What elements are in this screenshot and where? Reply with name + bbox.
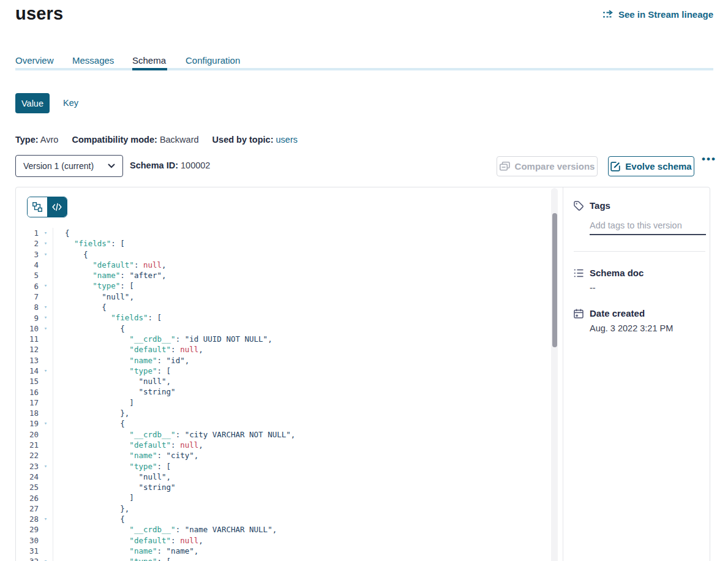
tab-schema[interactable]: Schema — [132, 55, 166, 66]
fold-arrow-icon[interactable]: ▾ — [39, 280, 53, 291]
compare-versions-icon — [500, 162, 510, 171]
code-line: 31 "name": "name", — [16, 546, 551, 556]
code-text[interactable]: "null", — [53, 376, 551, 386]
code-text[interactable]: ] — [53, 397, 551, 408]
code-line: 17 ] — [16, 397, 551, 408]
code-line: 18 }, — [16, 408, 551, 418]
code-text[interactable]: "name": "name", — [53, 546, 551, 556]
code-line: 10▾ { — [16, 323, 551, 334]
code-line: 9▾ "fields": [ — [16, 312, 551, 323]
version-select-value: Version 1 (current) — [23, 161, 94, 171]
code-text[interactable]: "fields": [ — [53, 238, 551, 249]
code-text[interactable]: { — [53, 228, 551, 238]
code-text[interactable]: "type": [ — [53, 366, 551, 376]
view-mode-toggle — [27, 197, 67, 217]
code-text[interactable]: "__crdb__": "city VARCHAR NOT NULL", — [53, 429, 551, 440]
fold-arrow-icon[interactable]: ▾ — [39, 323, 53, 334]
line-number: 6 — [16, 282, 39, 291]
line-number: 30 — [16, 536, 39, 545]
line-number: 29 — [16, 525, 39, 534]
tab-overview[interactable]: Overview — [15, 55, 54, 66]
compare-versions-button[interactable]: Compare versions — [497, 156, 598, 176]
code-line: 16 "string" — [16, 386, 551, 397]
line-number: 18 — [16, 409, 39, 418]
topic-link[interactable]: users — [276, 135, 298, 145]
code-scrollbar-thumb[interactable] — [552, 213, 557, 347]
line-number: 24 — [16, 472, 39, 481]
code-text[interactable]: "default": null, — [53, 344, 551, 355]
schema-meta-row: Type: Avro Compatibility mode: Backward … — [15, 135, 298, 145]
code-text[interactable]: "__crdb__": "id UUID NOT NULL", — [53, 334, 551, 344]
fold-arrow-icon[interactable]: ▾ — [39, 366, 53, 376]
code-text[interactable]: { — [53, 249, 551, 260]
fold-arrow-icon[interactable]: ▾ — [39, 302, 53, 312]
code-text[interactable]: "default": null, — [53, 260, 551, 270]
fold-arrow-icon[interactable]: ▾ — [39, 228, 53, 238]
schema-sidebar: Tags Schema doc -- — [563, 187, 711, 561]
add-tags-input[interactable] — [590, 219, 706, 235]
code-text[interactable]: { — [53, 514, 551, 524]
code-text[interactable]: { — [53, 323, 551, 334]
schema-id-label: Schema ID: — [130, 160, 178, 170]
line-number: 19 — [16, 419, 39, 428]
code-line: 19▾ { — [16, 418, 551, 429]
code-text[interactable]: "null", — [53, 472, 551, 482]
line-number: 26 — [16, 494, 39, 503]
code-text[interactable]: "name": "id", — [53, 355, 551, 366]
tab-schema-active-underline — [132, 68, 167, 70]
code-line: 13 "name": "id", — [16, 355, 551, 366]
fold-arrow-icon[interactable]: ▾ — [39, 418, 53, 429]
tab-configuration[interactable]: Configuration — [186, 55, 240, 66]
line-number: 2 — [16, 239, 39, 248]
line-number: 10 — [16, 324, 39, 333]
compatibility-label: Compatibility mode: — [72, 135, 157, 145]
code-text[interactable]: "type": [ — [53, 556, 551, 561]
code-text[interactable]: "null", — [53, 292, 551, 302]
fold-arrow-icon[interactable]: ▾ — [39, 556, 53, 561]
code-text[interactable]: "type": [ — [53, 461, 551, 472]
code-text[interactable]: "name": "after", — [53, 270, 551, 280]
code-text[interactable]: { — [53, 418, 551, 429]
code-text[interactable]: "string" — [53, 386, 551, 397]
line-number: 17 — [16, 398, 39, 407]
line-number: 3 — [16, 250, 39, 259]
code-line: 28▾ { — [16, 514, 551, 524]
version-select[interactable]: Version 1 (current) — [15, 155, 123, 177]
value-toggle-button[interactable]: Value — [15, 93, 50, 113]
code-line: 6▾ "type": [ — [16, 280, 551, 291]
fold-arrow-icon[interactable]: ▾ — [39, 461, 53, 472]
code-text[interactable]: ] — [53, 492, 551, 503]
calendar-icon — [574, 309, 584, 318]
fold-arrow-icon[interactable]: ▾ — [39, 249, 53, 260]
fold-arrow-icon[interactable]: ▾ — [39, 312, 53, 323]
more-actions-button[interactable]: ••• — [702, 153, 716, 165]
line-number: 9 — [16, 314, 39, 323]
code-text[interactable]: "default": null, — [53, 440, 551, 450]
code-text[interactable]: "default": null, — [53, 535, 551, 546]
code-text[interactable]: "__crdb__": "name VARCHAR NULL", — [53, 524, 551, 535]
key-toggle-button[interactable]: Key — [63, 98, 78, 108]
line-number: 14 — [16, 366, 39, 375]
code-text[interactable]: { — [53, 302, 551, 312]
code-text[interactable]: "type": [ — [53, 280, 551, 291]
type-value: Avro — [40, 135, 59, 145]
code-text[interactable]: "name": "city", — [53, 450, 551, 461]
fold-arrow-icon[interactable]: ▾ — [39, 238, 53, 249]
schema-id-value: 100002 — [181, 160, 210, 170]
code-text[interactable]: "string" — [53, 482, 551, 492]
code-scrollbar-track[interactable] — [551, 188, 558, 561]
tab-messages[interactable]: Messages — [72, 55, 114, 66]
code-text[interactable]: }, — [53, 408, 551, 418]
code-text[interactable]: }, — [53, 503, 551, 514]
evolve-schema-button[interactable]: Evolve schema — [608, 156, 694, 176]
tag-icon — [574, 201, 584, 211]
stream-lineage-link[interactable]: See in Stream lineage — [603, 9, 713, 20]
fold-arrow-icon[interactable]: ▾ — [39, 514, 53, 524]
stream-lineage-icon — [603, 10, 614, 19]
line-number: 15 — [16, 377, 39, 386]
tree-view-button[interactable] — [28, 197, 47, 217]
code-line: 3▾ { — [16, 249, 551, 260]
code-text[interactable]: "fields": [ — [53, 312, 551, 323]
line-number: 20 — [16, 430, 39, 439]
code-view-button[interactable] — [47, 197, 67, 217]
